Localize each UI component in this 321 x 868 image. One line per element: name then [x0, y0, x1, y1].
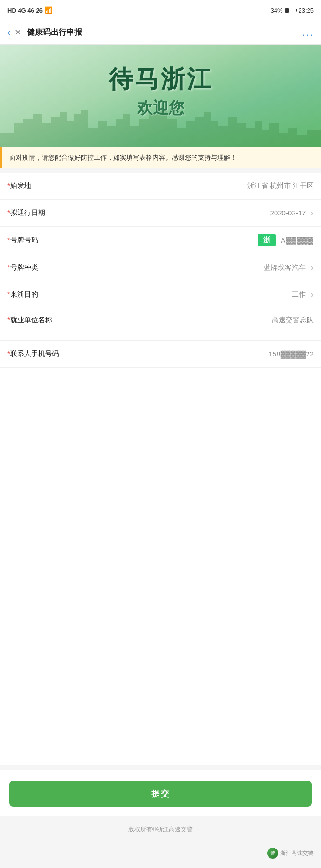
plate-type-field-row[interactable]: *号牌种类 蓝牌载客汽车: [0, 254, 321, 281]
wifi-icon: 📶: [45, 6, 52, 14]
required-star: *: [7, 316, 10, 324]
required-star: *: [7, 181, 10, 189]
plate-number-label: *号牌号码: [7, 236, 63, 245]
more-button[interactable]: ...: [302, 26, 314, 39]
logo-text: 浙江高速交警: [280, 849, 314, 857]
submit-button[interactable]: 提交: [9, 781, 312, 807]
travel-date-text: 2020-02-17: [270, 209, 306, 217]
origin-label: *始发地: [7, 181, 63, 190]
banner-main-text: 待马浙江: [109, 63, 213, 96]
plate-number-value[interactable]: 浙 A▓▓▓▓▓: [63, 234, 314, 246]
plate-type-label: *号牌种类: [7, 263, 63, 272]
purpose-label: *来浙目的: [7, 290, 63, 299]
close-button[interactable]: ✕: [14, 27, 21, 38]
status-right: 34% 23:25: [270, 7, 314, 14]
plate-prefix[interactable]: 浙: [258, 234, 276, 246]
status-bar: HD 4G 46 26 📶 34% 23:25: [0, 0, 321, 20]
purpose-value[interactable]: 工作: [63, 289, 314, 300]
plate-type-value[interactable]: 蓝牌载客汽车: [63, 262, 314, 273]
battery-percent: 34%: [270, 7, 282, 14]
footer: 版权所有©浙江高速交警: [0, 816, 321, 843]
travel-date-label: *拟通行日期: [7, 208, 63, 217]
phone-text: 158▓▓▓▓▓22: [269, 350, 314, 358]
plate-type-text: 蓝牌载客汽车: [264, 263, 306, 272]
network-label: HD 4G 46 26: [7, 7, 43, 14]
nav-bar: ‹ ✕ 健康码出行申报 ...: [0, 20, 321, 45]
battery-icon: [285, 8, 295, 13]
phone-label: *联系人手机号码: [7, 350, 63, 358]
required-star: *: [7, 350, 10, 357]
travel-date-field-row[interactable]: *拟通行日期 2020-02-17: [0, 200, 321, 227]
notice-box: 面对疫情，请您配合做好防控工作，如实填写表格内容。感谢您的支持与理解！: [0, 147, 321, 168]
employer-label: *就业单位名称: [7, 316, 63, 324]
phone-field-row[interactable]: *联系人手机号码 158▓▓▓▓▓22: [0, 341, 321, 368]
submit-area: 提交: [0, 770, 321, 816]
logo-icon: 警: [267, 848, 278, 859]
required-star: *: [7, 236, 10, 244]
page-title: 健康码出行申报: [27, 27, 302, 38]
status-network: HD 4G 46 26 📶: [7, 6, 52, 14]
purpose-text: 工作: [292, 290, 306, 299]
origin-text: 浙江省 杭州市 江干区: [247, 181, 314, 190]
required-star: *: [7, 208, 10, 216]
travel-date-value[interactable]: 2020-02-17: [63, 207, 314, 218]
bottom-bar: 警 浙江高速交警: [0, 843, 321, 868]
bottom-logo: 警 浙江高速交警: [267, 848, 314, 859]
copyright-text: 版权所有©浙江高速交警: [128, 826, 193, 833]
origin-value[interactable]: 浙江省 杭州市 江干区: [63, 181, 314, 190]
time-label: 23:25: [298, 7, 314, 14]
employer-value[interactable]: 高速交警总队: [63, 316, 314, 324]
purpose-field-row[interactable]: *来浙目的 工作: [0, 281, 321, 308]
phone-value[interactable]: 158▓▓▓▓▓22: [63, 350, 314, 358]
banner-sub-text: 欢迎您: [137, 97, 184, 119]
plate-number-text: A▓▓▓▓▓: [281, 236, 314, 244]
employer-text: 高速交警总队: [272, 316, 314, 324]
origin-field-row[interactable]: *始发地 浙江省 杭州市 江干区: [0, 173, 321, 200]
required-star: *: [7, 263, 10, 271]
form-area: *始发地 浙江省 杭州市 江干区 *拟通行日期 2020-02-17 *号牌号码…: [0, 173, 321, 765]
notice-text: 面对疫情，请您配合做好防控工作，如实填写表格内容。感谢您的支持与理解！: [9, 154, 237, 161]
back-button[interactable]: ‹: [7, 27, 11, 38]
plate-number-field-row[interactable]: *号牌号码 浙 A▓▓▓▓▓: [0, 227, 321, 254]
employer-field-row[interactable]: *就业单位名称 高速交警总队: [0, 308, 321, 341]
required-star: *: [7, 290, 10, 298]
banner: 待马浙江 欢迎您: [0, 45, 321, 147]
